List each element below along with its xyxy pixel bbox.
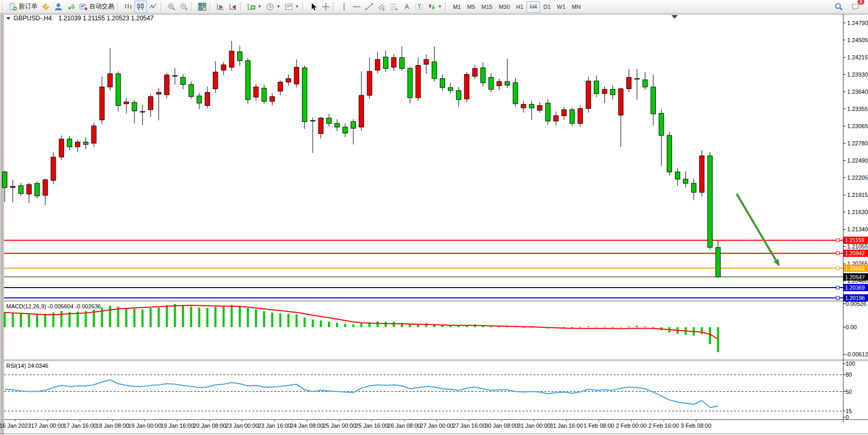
line-handle[interactable] [836,252,839,255]
toolbar-button-tf-h4[interactable]: H4 [527,1,540,13]
top-toolbar: 新订单自动交易▼▼▼EFAT▼M1M5M15M30H1H4D1W1MN1 [0,0,868,14]
time-axis-label: 2 Feb 16:00 [649,422,679,429]
svg-text:F: F [396,8,398,11]
time-axis-label: 3 Feb 08:00 [681,422,712,429]
candles-icon [137,3,145,11]
autoscroll-icon [216,3,225,11]
toolbar-button-text-label[interactable]: T [413,1,425,13]
rsi-axis-label: 80 [846,371,852,378]
price-axis-label: 1.23640 [847,89,868,95]
price-tag-1.21159: 1.21159 [843,237,868,244]
time-axis-label: 2 Feb 00:00 [616,422,646,429]
toolbar-button-tf-h1[interactable]: H1 [513,1,527,13]
textA-icon: A [402,3,411,11]
rsi-axis-label: 15 [846,408,852,414]
toolbar-button-label: M5 [467,3,475,11]
zoom-out-icon [180,3,188,11]
toolbar-button-symbols[interactable] [40,1,52,13]
svg-text:1.20547: 1.20547 [845,274,865,280]
price-axis-label: 1.24505 [847,37,868,43]
time-axis-label: 31 Jan 16:00 [550,422,583,429]
price-axis-label: 1.21340 [847,226,868,232]
time-axis-label: 1 Feb 08:00 [583,422,614,429]
dropdown-arrow-icon[interactable]: ▼ [276,4,280,9]
price-axis-label: 1.24790 [847,20,868,26]
labelT-icon: T [415,3,423,11]
toolbar-grip [240,3,243,11]
price-tag-1.20692: 1.20692 [843,265,868,272]
svg-text:1.20942: 1.20942 [845,250,865,256]
toolbar-button-tf-w1[interactable]: W1 [554,1,569,13]
tile-icon [198,3,206,11]
toolbar-button-tile-windows[interactable] [196,1,209,13]
search-icon [835,3,843,11]
toolbar-button-tf-m1[interactable]: M1 [450,1,464,13]
toolbar-button-periods[interactable]: ▼ [264,1,283,13]
price-tag-1.20942: 1.20942 [843,250,868,257]
toolbar-button-label: M1 [453,3,461,11]
line-handle[interactable] [836,239,839,242]
cursor-icon [309,3,317,11]
toolbar-button-equidistant-channel[interactable]: E [375,1,388,13]
toolbar-button-text[interactable]: A [400,1,413,13]
time-axis-label: 20 Jan 08:00 [193,422,226,429]
toolbar-button-vertical-line[interactable] [338,1,350,13]
line-icon [149,3,157,11]
dropdown-arrow-icon[interactable]: ▼ [438,4,442,9]
time-axis-label: 17 Jan 16:00 [64,422,97,429]
dropdown-arrow-icon[interactable]: ▼ [258,4,262,9]
toolbar-button-cursor[interactable] [307,1,320,13]
toolbar-button-tf-m15[interactable]: M15 [478,1,495,13]
svg-text:1.20196: 1.20196 [845,295,865,301]
toolbar-button-chart-shift[interactable] [227,1,239,13]
bars-icon [124,3,132,11]
toolbar-button-zoom-out[interactable] [178,1,190,13]
toolbar-button-templates[interactable]: ▼ [283,1,301,13]
notification-badge: 1 [857,0,865,5]
toolbar-button-crosshair[interactable] [320,1,332,13]
toolbar-button-trendline[interactable] [363,1,375,13]
dropdown-arrow-icon[interactable]: ▼ [295,4,299,9]
toolbar-button-horizontal-line[interactable] [350,1,363,13]
line-handle[interactable] [836,296,839,300]
chart-window[interactable]: 1.247901.245051.242151.239301.236401.233… [0,14,868,435]
time-axis-label: 30 Jan 08:00 [485,422,518,429]
toolbar-button-line-chart[interactable] [147,1,160,13]
time-axis-label: 23 Jan 00:00 [226,422,259,429]
price-axis-label: 1.21630 [847,209,868,215]
toolbar-button-arrows[interactable]: ▼ [425,1,444,13]
templates-icon [285,3,293,11]
toolbar-button-candlestick-chart[interactable] [135,1,147,13]
rsi-axis-label: 0 [846,414,849,420]
toolbar-button-zoom-in[interactable] [165,1,178,13]
toolbar-button-profiles[interactable] [52,1,65,13]
toolbar-button-label: M30 [499,3,510,11]
toolbar-button-indicators[interactable]: ▼ [245,1,264,13]
price-tag-1.20369: 1.20369 [843,284,868,291]
time-axis-label: 19 Jan 16:00 [161,422,194,429]
toolbar-button-label: W1 [557,3,566,11]
time-axis-label: 24 Jan 08:00 [290,422,324,429]
toolbar-button-label: M15 [481,3,492,11]
toolbar-button-tf-mn[interactable]: MN [569,1,584,13]
time-axis-label: 27 Jan 00:00 [420,422,454,429]
toolbar-button-autotrading[interactable]: 自动交易 [77,1,116,13]
line-handle[interactable] [836,267,839,270]
toolbar-button-new-order[interactable]: 新订单 [7,1,40,13]
toolbar-button-tf-d1[interactable]: D1 [540,1,554,13]
toolbar-button-tf-m30[interactable]: M30 [496,1,513,13]
shapes-icon [427,3,436,11]
toolbar-button-label: D1 [543,3,551,11]
indicators-icon [247,3,255,11]
symbols-icon [42,3,50,11]
toolbar-button-search[interactable] [833,1,845,13]
line-handle[interactable] [836,286,839,289]
toolbar-button-notifications[interactable]: 1 [849,1,862,13]
toolbar-button-label: H1 [516,3,523,11]
price-axis-label: 1.23930 [847,71,868,78]
toolbar-button-auto-scroll[interactable] [214,1,227,13]
toolbar-button-signals[interactable] [65,1,77,13]
toolbar-button-fibonacci[interactable]: F [388,1,400,13]
toolbar-button-tf-m5[interactable]: M5 [464,1,478,13]
toolbar-button-bar-chart[interactable] [122,1,135,13]
